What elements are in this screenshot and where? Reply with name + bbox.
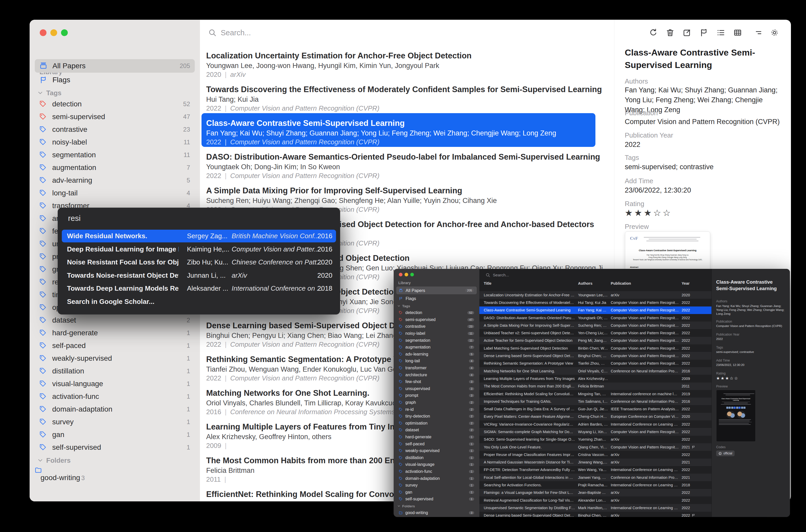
table-row[interactable]: A Simple Data Mixing Prior for Improving… <box>479 322 712 329</box>
sidebar-item-flags[interactable]: Flags <box>35 74 195 86</box>
column-title[interactable]: Title <box>484 281 492 285</box>
table-row[interactable]: A Normalized Gaussian Wasserstein Distan… <box>479 459 712 466</box>
sidebar-tag-item[interactable]: visual-language 1 <box>396 461 477 468</box>
quick-search-result[interactable]: Wide Residual Networks. Sergey Zag... Br… <box>58 229 340 243</box>
sidebar-item-all-papers[interactable]: All Papers 205 <box>396 286 477 294</box>
sidebar-item-flags[interactable]: Flags <box>396 295 477 302</box>
table-row[interactable]: Retrieval Augmented Classification for L… <box>479 496 712 504</box>
sidebar-tag-item[interactable]: long-tail 4 <box>35 187 195 199</box>
quick-search-input[interactable]: resi <box>68 214 80 223</box>
sidebar-tag-item[interactable]: transformer 4 <box>396 365 477 372</box>
sidebar-tag-item[interactable]: distillation 1 <box>35 365 195 377</box>
folders-section-header[interactable]: Folders <box>397 503 415 509</box>
sidebar-tag-item[interactable]: re-id 2 <box>396 406 477 413</box>
sidebar-tag-item[interactable]: long-tail 4 <box>396 358 477 365</box>
sidebar-tag-item[interactable]: contrastive 23 <box>396 323 477 330</box>
table-row[interactable]: Improved Techniques for Training GANs. T… <box>479 398 712 405</box>
folders-section-header[interactable]: Folders <box>37 455 71 466</box>
table-row[interactable]: Localization Uncertainty Estimation for … <box>479 291 712 299</box>
sidebar-tag-item[interactable]: semi-supervised 47 <box>396 316 477 323</box>
sidebar-tag-item[interactable]: gan 1 <box>35 428 195 441</box>
sidebar-tag-item[interactable]: noisy-label 11 <box>35 136 195 149</box>
sidebar-tag-item[interactable]: activation-func 1 <box>396 468 477 475</box>
sidebar-tag-item[interactable]: segmentation 11 <box>396 337 477 344</box>
table-row[interactable]: Flamingo: a Visual Language Model for Fe… <box>479 489 712 496</box>
sidebar-tag-item[interactable]: self-supervised 1 <box>396 496 477 503</box>
table-row[interactable]: DASO: Distribution-Aware Semantics-Orien… <box>479 314 712 322</box>
sidebar-item-all-papers[interactable]: All Papers 205 <box>35 59 195 73</box>
sidebar-tag-item[interactable]: visual-language 1 <box>35 377 195 390</box>
table-row[interactable]: Every Pixel Matters: Center-Aware Featur… <box>479 413 712 420</box>
sidebar-tag-item[interactable]: contrastive 23 <box>35 123 195 136</box>
table-row[interactable]: Searching for Activation Functions. Praj… <box>479 481 712 489</box>
table-row[interactable]: Dense Learning based Semi-Supervised Obj… <box>479 512 712 517</box>
table-row[interactable]: Matching Networks for One Shot Learning.… <box>479 367 712 375</box>
zoom-button[interactable] <box>410 273 414 277</box>
sidebar-tag-item[interactable]: hard-generate 1 <box>396 434 477 441</box>
close-button[interactable] <box>40 29 47 36</box>
quick-search-result[interactable]: Towards Deep Learning Models Resista... … <box>58 282 340 295</box>
sidebar-tag-item[interactable]: unsupervised 3 <box>396 385 477 392</box>
table-row[interactable]: Unsupervised Semantic Segmentation by Di… <box>479 504 712 512</box>
sidebar-tag-item[interactable]: detection 52 <box>35 98 195 110</box>
minimize-button[interactable] <box>405 273 408 277</box>
sidebar-folder-item[interactable]: good-writing 3 <box>35 467 195 479</box>
table-row[interactable]: Focal Self-attention for Local-Global In… <box>479 474 712 481</box>
paper-list-item[interactable]: Localization Uncertainty Estimation for … <box>200 46 614 79</box>
search-field[interactable]: Search... <box>486 271 509 279</box>
paper-list-item[interactable]: Class-Aware Contrastive Semi-Supervised … <box>202 113 596 147</box>
sidebar-folder-item[interactable]: good-writing 3 <box>396 509 477 516</box>
table-row[interactable]: VICReg: Variance-Invariance-Covariance R… <box>479 420 712 428</box>
table-row[interactable]: Class-Aware Contrastive Semi-Supervised … <box>479 306 712 314</box>
sidebar-tag-item[interactable]: semi-supervised 47 <box>35 110 195 123</box>
sidebar-tag-item[interactable]: weakly-supervised 1 <box>396 448 477 454</box>
table-row[interactable]: FP-DETR: Detection Transformer Advancedb… <box>479 466 712 474</box>
table-row[interactable]: EfficientNet: Rethinking Model Scaling f… <box>479 390 712 398</box>
table-row[interactable]: Towards Discovering the Effectiveness of… <box>479 299 712 306</box>
table-row[interactable]: Active Teacher for Semi-Supervised Objec… <box>479 337 712 344</box>
sidebar-tag-item[interactable]: domain-adaptation 1 <box>396 475 477 482</box>
table-row[interactable]: Unbiased Teacher v2: Semi-supervised Obj… <box>479 329 712 337</box>
table-row[interactable]: Learning Multiple Layers of Features fro… <box>479 375 712 382</box>
minimize-button[interactable] <box>50 29 57 36</box>
tags-section-header[interactable]: Tags <box>397 303 410 309</box>
sidebar-tag-item[interactable]: augmentation 7 <box>396 344 477 351</box>
sidebar-tag-item[interactable]: adv-learning 5 <box>35 174 195 187</box>
sidebar-tag-item[interactable]: self-supervised 1 <box>35 441 195 454</box>
column-publication[interactable]: Publication <box>611 281 631 285</box>
search-field[interactable]: Search... <box>208 27 251 38</box>
table-row[interactable]: Small Data Challenges in Big Data Era: A… <box>479 405 712 413</box>
close-button[interactable] <box>399 273 402 277</box>
quick-search-result[interactable]: Deep Residual Learning for Image Reco...… <box>58 243 340 256</box>
rating-stars[interactable]: ★★★☆☆ <box>716 376 786 381</box>
sidebar-tag-item[interactable]: few-shot 3 <box>396 378 477 385</box>
quick-search-result[interactable]: Noise Resistant Focal Loss for Object D.… <box>58 255 340 269</box>
sidebar-tag-item[interactable]: domain-adaptation 1 <box>35 403 195 416</box>
sidebar-tag-item[interactable]: augmentation 7 <box>35 161 195 174</box>
table-row[interactable]: SIGMA: Semantic-complete Graph Matching … <box>479 428 712 435</box>
rating-stars[interactable]: ★★★☆☆ <box>625 208 781 218</box>
table-row[interactable]: Label Matching Semi-Supervised Object De… <box>479 344 712 352</box>
sidebar-tag-item[interactable]: graph 2 <box>396 399 477 406</box>
code-repo-badge[interactable]: official <box>716 451 735 456</box>
table-row[interactable]: Rethinking Semantic Segmentation: A Prot… <box>479 360 712 367</box>
sidebar-tag-item[interactable]: weakly-supervised 1 <box>35 352 195 365</box>
table-row[interactable]: Dense Learning based Semi-Supervised Obj… <box>479 352 712 359</box>
quick-search-result[interactable]: Towards Noise-resistant Object Detecti..… <box>58 269 340 282</box>
column-authors[interactable]: Authors <box>578 281 592 285</box>
sidebar-tag-item[interactable]: dataset 2 <box>396 426 477 434</box>
sidebar-tag-item[interactable]: dataset 2 <box>35 314 195 326</box>
table-row[interactable]: S4OD: Semi-Supervised learning for Singl… <box>479 436 712 443</box>
sidebar-tag-item[interactable]: survey 1 <box>396 482 477 489</box>
sidebar-tag-item[interactable]: architecture 4 <box>396 372 477 378</box>
sidebar-tag-item[interactable]: activation-func 1 <box>35 390 195 403</box>
sidebar-tag-item[interactable]: self-paced 1 <box>35 339 195 352</box>
sidebar-tag-item[interactable]: gan 1 <box>396 489 477 496</box>
search-google-scholar-item[interactable]: Search in Google Scholar... <box>58 295 340 308</box>
sidebar-tag-item[interactable]: noisy-label 11 <box>396 330 477 337</box>
paper-list-item[interactable]: Towards Discovering the Effectiveness of… <box>200 79 614 113</box>
pdf-preview-thumbnail[interactable]: Class-Aware Contrastive Semi-Supervised … <box>716 390 756 442</box>
sidebar-tag-item[interactable]: adv-learning 5 <box>396 351 477 358</box>
table-row[interactable]: You Only Look One-Level Feature. Qiang C… <box>479 443 712 451</box>
sidebar-tag-item[interactable]: self-paced 1 <box>396 440 477 448</box>
